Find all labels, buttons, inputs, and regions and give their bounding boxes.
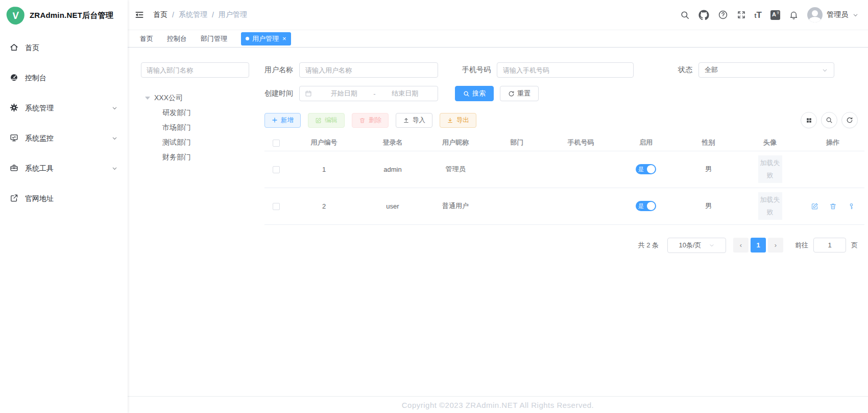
sidebar-item-system-monitor[interactable]: 系统监控 bbox=[0, 123, 128, 153]
breadcrumb-home[interactable]: 首页 bbox=[153, 10, 167, 19]
cell-actions bbox=[801, 151, 864, 188]
row-delete-icon[interactable] bbox=[829, 202, 837, 210]
brand[interactable]: V ZRAdmin.NET后台管理 bbox=[0, 0, 128, 31]
export-button[interactable]: 导出 bbox=[440, 113, 476, 128]
chevron-down-icon bbox=[111, 135, 118, 142]
search-toggle-icon[interactable] bbox=[821, 112, 837, 128]
fullscreen-icon[interactable] bbox=[737, 10, 746, 19]
sidebar: V ZRAdmin.NET后台管理 首页 控制台 系统管理 bbox=[0, 0, 128, 413]
tree-node-dept[interactable]: 财务部门 bbox=[141, 150, 249, 165]
tab-bar: 首页 控制台 部门管理 用户管理 × bbox=[128, 30, 868, 48]
enabled-toggle[interactable]: 是 bbox=[636, 201, 656, 211]
col-actions: 操作 bbox=[801, 134, 864, 151]
status-label: 状态 bbox=[678, 65, 692, 75]
breadcrumb-section: 系统管理 bbox=[179, 10, 207, 19]
username-input[interactable] bbox=[299, 62, 438, 78]
sidebar-item-website[interactable]: 官网地址 bbox=[0, 183, 128, 214]
next-page-button[interactable]: › bbox=[768, 238, 783, 253]
tree-node-dept[interactable]: 测试部门 bbox=[141, 135, 249, 150]
font-size-icon[interactable]: tT bbox=[755, 11, 762, 19]
status-select-value: 全部 bbox=[705, 65, 718, 75]
dashboard-icon bbox=[10, 73, 18, 83]
reset-button[interactable]: 重置 bbox=[500, 86, 539, 101]
date-range-picker[interactable]: 开始日期 - 结束日期 bbox=[299, 86, 438, 101]
toggle-knob bbox=[647, 165, 655, 173]
plus-icon bbox=[272, 117, 278, 123]
tree-node-dept[interactable]: 市场部门 bbox=[141, 120, 249, 135]
cell-gender: 男 bbox=[678, 188, 739, 224]
prev-page-button[interactable]: ‹ bbox=[733, 238, 749, 253]
language-icon[interactable]: A文 bbox=[770, 10, 780, 20]
select-all-checkbox[interactable] bbox=[273, 140, 280, 147]
user-menu[interactable]: 管理员 bbox=[807, 7, 859, 22]
sidebar-item-console[interactable]: 控制台 bbox=[0, 63, 128, 93]
edit-button[interactable]: 编辑 bbox=[308, 113, 345, 128]
total-count: 共 2 条 bbox=[638, 241, 659, 250]
tab-console[interactable]: 控制台 bbox=[167, 34, 187, 43]
cell-user-id: 1 bbox=[287, 151, 360, 188]
footer: Copyright ©2023 ZRAdmin.NET All Rights R… bbox=[128, 396, 868, 413]
avatar bbox=[807, 7, 823, 22]
sidebar-item-label: 系统监控 bbox=[25, 134, 54, 143]
columns-grid-icon[interactable] bbox=[801, 112, 817, 128]
dept-search-input[interactable] bbox=[141, 62, 249, 78]
download-icon bbox=[447, 117, 453, 124]
phone-input[interactable] bbox=[497, 62, 634, 78]
tab-user-mgmt-active[interactable]: 用户管理 × bbox=[241, 32, 291, 45]
top-navbar: 首页 / 系统管理 / 用户管理 tT bbox=[128, 0, 868, 30]
breadcrumb: 首页 / 系统管理 / 用户管理 bbox=[153, 10, 247, 19]
page-size-select[interactable]: 10条/页 bbox=[667, 238, 726, 253]
search-button[interactable]: 搜索 bbox=[455, 86, 494, 101]
col-gender: 性别 bbox=[678, 134, 739, 151]
col-nickname: 用户昵称 bbox=[425, 134, 486, 151]
date-start-placeholder[interactable]: 开始日期 bbox=[317, 89, 371, 98]
refresh-icon[interactable] bbox=[841, 112, 858, 128]
app-root: V ZRAdmin.NET后台管理 首页 控制台 系统管理 bbox=[0, 0, 868, 413]
enabled-toggle[interactable]: 是 bbox=[636, 164, 656, 174]
row-checkbox[interactable] bbox=[273, 166, 280, 173]
upload-icon bbox=[403, 117, 409, 124]
row-checkbox[interactable] bbox=[273, 203, 280, 210]
copyright-text: Copyright ©2023 ZRAdmin.NET All Rights R… bbox=[402, 401, 594, 409]
col-enabled: 启用 bbox=[614, 134, 678, 151]
external-link-icon bbox=[10, 194, 18, 204]
cell-nickname: 管理员 bbox=[425, 151, 486, 188]
tree-node-dept[interactable]: 研发部门 bbox=[141, 105, 249, 120]
filter-row-1: 用户名称 手机号码 状态 全部 bbox=[264, 62, 858, 78]
sidebar-item-system-tools[interactable]: 系统工具 bbox=[0, 153, 128, 183]
import-button[interactable]: 导入 bbox=[396, 113, 432, 128]
sidebar-item-label: 系统管理 bbox=[25, 104, 54, 113]
cell-dept bbox=[486, 151, 548, 188]
sidebar-item-label: 官网地址 bbox=[25, 194, 54, 203]
tree-node-company[interactable]: XXX公司 bbox=[141, 91, 249, 105]
tab-home[interactable]: 首页 bbox=[140, 34, 153, 43]
github-icon[interactable] bbox=[698, 10, 709, 20]
row-reset-password-key-icon[interactable] bbox=[848, 202, 855, 210]
search-icon[interactable] bbox=[680, 10, 690, 20]
current-page-button[interactable]: 1 bbox=[751, 238, 766, 253]
tab-close-icon[interactable]: × bbox=[282, 35, 286, 42]
refresh-icon bbox=[508, 90, 515, 97]
goto-page-input[interactable] bbox=[813, 238, 846, 253]
delete-button[interactable]: 删除 bbox=[352, 113, 389, 128]
status-group: 状态 全部 bbox=[678, 62, 834, 78]
gear-icon bbox=[10, 103, 18, 113]
row-actions bbox=[803, 202, 862, 210]
help-icon[interactable] bbox=[718, 10, 728, 20]
cell-phone bbox=[548, 151, 614, 188]
status-select[interactable]: 全部 bbox=[698, 62, 834, 78]
bell-icon[interactable] bbox=[789, 10, 799, 20]
sidebar-item-system-admin[interactable]: 系统管理 bbox=[0, 93, 128, 123]
add-button[interactable]: 新增 bbox=[264, 113, 301, 128]
date-end-placeholder[interactable]: 结束日期 bbox=[378, 89, 432, 98]
sidebar-item-home[interactable]: 首页 bbox=[0, 33, 128, 63]
tab-dept-mgmt[interactable]: 部门管理 bbox=[201, 34, 227, 43]
row-edit-icon[interactable] bbox=[811, 202, 818, 210]
calendar-icon bbox=[305, 90, 312, 97]
dept-tree: XXX公司 研发部门 市场部门 测试部门 财务部门 bbox=[141, 91, 249, 165]
sidebar-collapse-icon[interactable] bbox=[134, 10, 144, 20]
sidebar-item-label: 控制台 bbox=[25, 74, 46, 83]
created-label: 创建时间 bbox=[264, 89, 293, 98]
table-header-row: 用户编号 登录名 用户昵称 部门 手机号码 启用 性别 头像 操作 bbox=[264, 134, 864, 151]
page-unit-label: 页 bbox=[851, 241, 858, 250]
